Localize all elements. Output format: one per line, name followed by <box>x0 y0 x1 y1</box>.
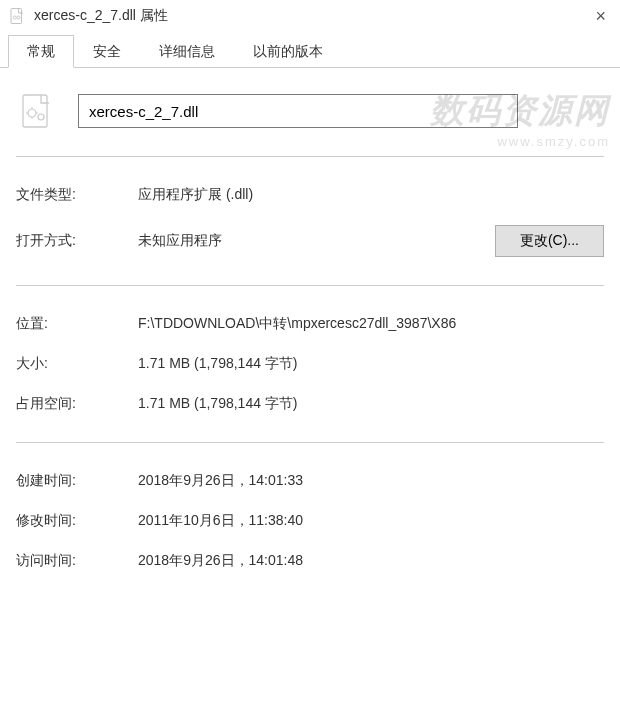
svg-rect-0 <box>11 9 22 24</box>
value-modified: 2011年10月6日，11:38:40 <box>138 512 604 530</box>
label-location: 位置: <box>16 315 138 333</box>
section-type: 文件类型: 应用程序扩展 (.dll) 打开方式: 未知应用程序 更改(C)..… <box>14 157 606 285</box>
tab-details[interactable]: 详细信息 <box>140 35 234 68</box>
row-opens-with: 打开方式: 未知应用程序 更改(C)... <box>16 215 604 267</box>
row-accessed: 访问时间: 2018年9月26日，14:01:48 <box>16 541 604 581</box>
value-size-on-disk: 1.71 MB (1,798,144 字节) <box>138 395 604 413</box>
label-accessed: 访问时间: <box>16 552 138 570</box>
value-created: 2018年9月26日，14:01:33 <box>138 472 604 490</box>
tab-general[interactable]: 常规 <box>8 35 74 68</box>
value-accessed: 2018年9月26日，14:01:48 <box>138 552 604 570</box>
content-panel: 文件类型: 应用程序扩展 (.dll) 打开方式: 未知应用程序 更改(C)..… <box>0 68 620 599</box>
svg-point-4 <box>28 109 36 117</box>
close-icon[interactable]: × <box>591 6 610 27</box>
filename-input[interactable] <box>78 94 518 128</box>
section-dates: 创建时间: 2018年9月26日，14:01:33 修改时间: 2011年10月… <box>14 443 606 599</box>
value-opens-with: 未知应用程序 <box>138 232 495 250</box>
change-button[interactable]: 更改(C)... <box>495 225 604 257</box>
file-type-icon <box>8 7 26 25</box>
value-file-type: 应用程序扩展 (.dll) <box>138 186 604 204</box>
row-file-type: 文件类型: 应用程序扩展 (.dll) <box>16 175 604 215</box>
label-created: 创建时间: <box>16 472 138 490</box>
section-size: 位置: F:\TDDOWNLOAD\中转\mpxercesc27dll_3987… <box>14 286 606 442</box>
label-size: 大小: <box>16 355 138 373</box>
tab-previous-versions[interactable]: 以前的版本 <box>234 35 342 68</box>
row-size-on-disk: 占用空间: 1.71 MB (1,798,144 字节) <box>16 384 604 424</box>
titlebar: xerces-c_2_7.dll 属性 × <box>0 0 620 34</box>
label-size-on-disk: 占用空间: <box>16 395 138 413</box>
svg-point-1 <box>13 16 16 19</box>
value-size: 1.71 MB (1,798,144 字节) <box>138 355 604 373</box>
tab-security[interactable]: 安全 <box>74 35 140 68</box>
value-location: F:\TDDOWNLOAD\中转\mpxercesc27dll_3987\X86 <box>138 315 604 333</box>
row-size: 大小: 1.71 MB (1,798,144 字节) <box>16 344 604 384</box>
svg-point-2 <box>17 16 20 19</box>
row-modified: 修改时间: 2011年10月6日，11:38:40 <box>16 501 604 541</box>
gear-file-icon <box>16 90 58 132</box>
row-location: 位置: F:\TDDOWNLOAD\中转\mpxercesc27dll_3987… <box>16 304 604 344</box>
label-opens-with: 打开方式: <box>16 232 138 250</box>
tab-strip: 常规 安全 详细信息 以前的版本 <box>0 34 620 68</box>
svg-point-5 <box>38 114 44 120</box>
row-created: 创建时间: 2018年9月26日，14:01:33 <box>16 461 604 501</box>
file-header-row <box>14 86 606 156</box>
label-file-type: 文件类型: <box>16 186 138 204</box>
window-title: xerces-c_2_7.dll 属性 <box>34 7 168 25</box>
label-modified: 修改时间: <box>16 512 138 530</box>
